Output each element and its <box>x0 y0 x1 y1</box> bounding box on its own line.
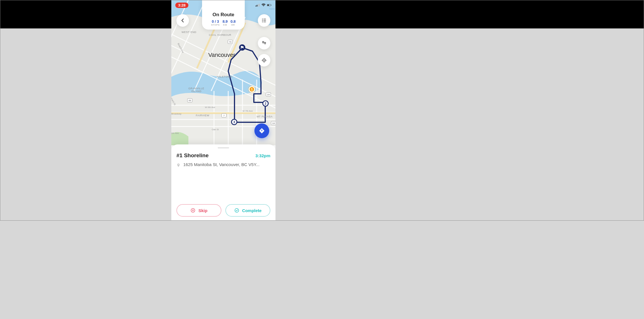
svg-point-30 <box>263 42 264 42</box>
stat-stops-label: STOPS <box>211 24 220 26</box>
road-sixth: 6th Ave <box>171 132 179 134</box>
check-circle-icon <box>234 208 239 213</box>
locate-icon <box>261 57 267 63</box>
stat-stops-value: 0 / 3 <box>212 19 219 24</box>
svg-point-39 <box>235 208 239 212</box>
svg-point-24 <box>262 19 263 20</box>
shield-1a: 1A <box>266 92 271 96</box>
svg-rect-17 <box>256 6 256 7</box>
label-west-end: WEST END <box>182 31 196 34</box>
complete-label: Complete <box>242 208 262 213</box>
label-yaletown: YALETOWN <box>217 75 232 78</box>
label-city: Vancouver <box>208 52 235 58</box>
status-bar: 3:28 <box>171 2 275 9</box>
cellular-icon <box>256 3 260 7</box>
list-icon <box>261 18 267 23</box>
stops-overview-button[interactable] <box>258 37 270 49</box>
stop-sheet[interactable]: #1 Shoreline 3:32pm 1625 Manitoba St, Va… <box>171 144 275 221</box>
status-time-pill: 3:28 <box>175 3 188 8</box>
navigate-icon <box>259 128 265 134</box>
navigate-button[interactable] <box>254 123 269 138</box>
svg-rect-20 <box>259 4 260 7</box>
label-granville-island: GRANVILLE ISLAND <box>188 87 204 93</box>
svg-point-26 <box>262 20 263 21</box>
x-circle-icon <box>190 208 196 213</box>
flag-icon <box>240 45 244 50</box>
battery-icon <box>267 3 271 7</box>
shield-1a-b: 1A <box>271 121 275 125</box>
outer-frame <box>0 0 644 221</box>
pin-icon <box>176 163 180 169</box>
label-mt-pleasant: MT PLEASA <box>257 115 273 118</box>
phone-frame: WEST END COAL HARBOUR Vancouver YALETOWN… <box>171 0 275 221</box>
svg-point-31 <box>265 43 266 43</box>
marker-stop-3[interactable]: 3 <box>231 119 237 125</box>
stat-km: 8.9 KM <box>223 19 228 26</box>
stop-eta: 3:32pm <box>255 153 270 158</box>
back-button[interactable] <box>176 14 189 27</box>
stat-km-label: KM <box>223 24 227 26</box>
sheet-actions: Skip Complete <box>176 204 270 217</box>
stop-header: #1 Shoreline 3:32pm <box>176 152 270 159</box>
label-fairview: FAIRVIEW <box>196 114 209 117</box>
marker-stop-2[interactable]: 2 <box>262 100 269 107</box>
svg-rect-29 <box>264 22 266 22</box>
svg-rect-23 <box>271 5 271 5</box>
svg-rect-27 <box>264 20 266 21</box>
svg-rect-22 <box>267 5 269 6</box>
stop-address: 1625 Manitoba St, Vancouver, BC V5Y... <box>183 162 260 167</box>
header-title: On Route <box>204 12 242 18</box>
road-w6: W 6th Ave <box>205 106 215 109</box>
svg-rect-25 <box>264 19 266 19</box>
svg-rect-18 <box>257 5 257 7</box>
chevron-left-icon <box>180 18 186 23</box>
stat-stops: 0 / 3 STOPS <box>211 19 220 26</box>
road-oak: Oak St <box>212 128 219 131</box>
status-icons <box>256 3 271 7</box>
svg-point-28 <box>262 22 263 22</box>
header-stats: 0 / 3 STOPS 8.9 KM 0.8 HR <box>204 19 242 26</box>
stop-title: #1 Shoreline <box>176 152 209 159</box>
svg-rect-19 <box>258 4 258 7</box>
letterbox-top <box>0 0 644 28</box>
wifi-icon <box>261 3 266 7</box>
shield-7: 7 <box>221 113 227 117</box>
marker-stop-1[interactable]: 1 <box>249 86 255 92</box>
stat-km-value: 8.9 <box>223 19 228 24</box>
complete-button[interactable]: Complete <box>225 204 270 217</box>
stat-hr-value: 0.8 <box>231 19 236 24</box>
list-button[interactable] <box>258 14 270 27</box>
label-coal-harbour: COAL HARBOUR <box>209 34 231 36</box>
shield-99: 99 <box>187 98 192 102</box>
pins-icon <box>261 40 267 46</box>
shield-7a: 7A <box>228 40 233 44</box>
marker-start-flag[interactable] <box>239 44 245 51</box>
stat-hr-label: HR <box>231 24 235 26</box>
stat-hr: 0.8 HR <box>231 19 236 26</box>
svg-point-33 <box>264 60 265 61</box>
road-w7: W 7th Ave <box>242 110 253 112</box>
locate-button[interactable] <box>258 54 270 67</box>
skip-button[interactable]: Skip <box>176 204 221 217</box>
sheet-handle[interactable] <box>218 147 229 148</box>
skip-label: Skip <box>198 208 207 213</box>
stop-address-row: 1625 Manitoba St, Vancouver, BC V5Y... <box>176 162 270 169</box>
road-broadway: Broadway <box>171 113 182 115</box>
